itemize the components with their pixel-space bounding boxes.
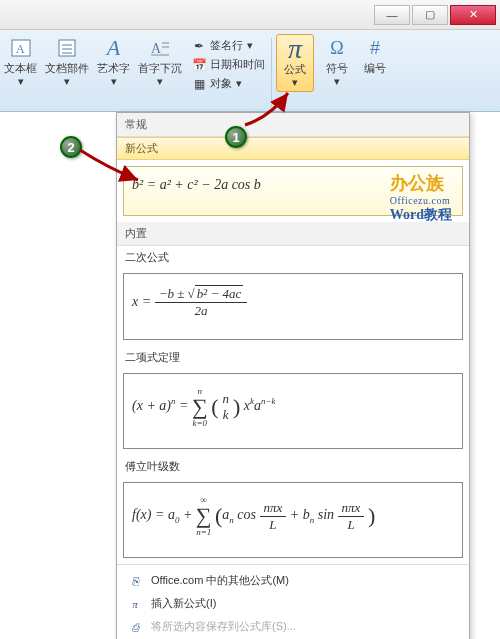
dropcap-icon: A <box>148 36 172 60</box>
textbox-icon: A <box>9 36 33 60</box>
symbol-label: 符号 <box>326 62 348 74</box>
textbox-label: 文本框 <box>4 62 37 74</box>
parts-label: 文档部件 <box>45 62 89 74</box>
equation-button[interactable]: π 公式▾ <box>276 34 314 92</box>
signature-icon: ✒ <box>192 39 206 53</box>
number-label: 编号 <box>364 62 386 74</box>
parts-icon <box>55 36 79 60</box>
wordart-button[interactable]: A 艺术字▾ <box>93 34 134 90</box>
wordart-icon: A <box>102 36 126 60</box>
minimize-button[interactable]: — <box>374 5 410 25</box>
object-icon: ▦ <box>192 77 206 91</box>
maximize-button[interactable]: ▢ <box>412 5 448 25</box>
dropcap-button[interactable]: A 首字下沉▾ <box>134 34 186 90</box>
signature-button[interactable]: ✒ 签名行 ▾ <box>192 38 265 53</box>
symbol-button[interactable]: Ω 符号▾ <box>318 34 356 90</box>
svg-rect-2 <box>59 40 75 56</box>
datetime-label: 日期和时间 <box>210 57 265 72</box>
svg-text:A: A <box>151 41 162 56</box>
signature-label: 签名行 <box>210 38 243 53</box>
wordart-label: 艺术字 <box>97 62 130 74</box>
datetime-button[interactable]: 📅 日期和时间 <box>192 57 265 72</box>
omega-icon: Ω <box>325 36 349 60</box>
hash-icon: # <box>363 36 387 60</box>
dropcap-label: 首字下沉 <box>138 62 182 74</box>
pi-icon: π <box>283 37 307 61</box>
insert-small-group: ✒ 签名行 ▾ 📅 日期和时间 ▦ 对象 ▾ <box>186 34 271 95</box>
window-titlebar: — ▢ ✕ <box>0 0 500 30</box>
equation-label: 公式 <box>284 63 306 75</box>
calendar-icon: 📅 <box>192 58 206 72</box>
object-button[interactable]: ▦ 对象 ▾ <box>192 76 265 91</box>
separator <box>271 38 272 108</box>
number-button[interactable]: # 编号 <box>356 34 394 77</box>
textbox-button[interactable]: A 文本框▾ <box>0 34 41 90</box>
object-label: 对象 <box>210 76 232 91</box>
parts-button[interactable]: 文档部件▾ <box>41 34 93 90</box>
ribbon: A 文本框▾ 文档部件▾ A 艺术字▾ A 首字下沉▾ ✒ 签名行 ▾ 📅 日期… <box>0 30 500 112</box>
svg-text:A: A <box>16 42 25 56</box>
close-button[interactable]: ✕ <box>450 5 496 25</box>
